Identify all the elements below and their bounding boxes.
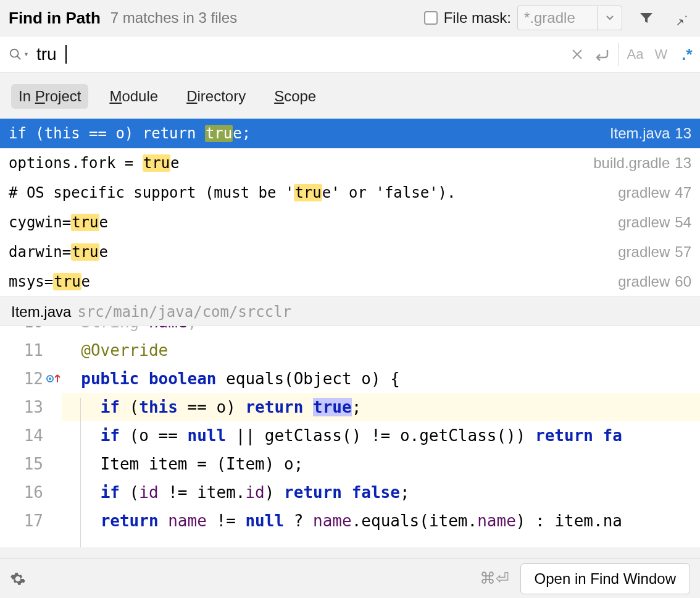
- whole-words-toggle[interactable]: W: [648, 46, 674, 62]
- line-number: 14: [0, 421, 62, 450]
- result-row[interactable]: msys=true gradlew60: [0, 267, 700, 297]
- code-preview[interactable]: 10 String name; 11 @Override 12 public b…: [0, 326, 700, 547]
- tab-directory[interactable]: Directory: [179, 84, 253, 109]
- result-row[interactable]: cygwin=true gradlew54: [0, 208, 700, 237]
- override-gutter-icon[interactable]: [46, 374, 60, 384]
- line-number: 10: [0, 326, 62, 336]
- shortcut-hint: ⌘⏎: [480, 569, 509, 588]
- line-number: 11: [0, 336, 62, 364]
- file-mask-value: *.gradle: [518, 9, 597, 27]
- svg-point-0: [10, 49, 19, 57]
- svg-point-5: [49, 377, 51, 380]
- filter-icon[interactable]: [636, 7, 657, 28]
- tab-module[interactable]: Module: [102, 84, 165, 109]
- line-number: 16: [0, 478, 62, 507]
- regex-toggle[interactable]: .*: [674, 45, 700, 64]
- preview-filename: Item.java: [11, 303, 71, 321]
- pin-icon[interactable]: [670, 7, 691, 28]
- line-number: 15: [0, 450, 62, 478]
- file-mask-checkbox[interactable]: [424, 11, 438, 25]
- file-mask-select[interactable]: *.gradle: [517, 6, 622, 30]
- match-case-toggle[interactable]: Aa: [622, 46, 648, 62]
- gear-icon[interactable]: [10, 571, 26, 587]
- result-row[interactable]: options.fork = true build.gradle13: [0, 148, 700, 178]
- results-list: if (this == o) return true; Item.java13 …: [0, 119, 700, 297]
- preview-path: src/main/java/com/srcclr: [77, 303, 291, 321]
- file-mask-label: File mask:: [444, 9, 511, 27]
- open-in-find-window-button[interactable]: Open in Find Window: [520, 563, 690, 594]
- newline-icon[interactable]: [590, 42, 614, 67]
- clear-icon[interactable]: [565, 42, 590, 67]
- match-count: 7 matches in 3 files: [110, 9, 418, 27]
- tab-in-project[interactable]: In Project: [11, 84, 88, 109]
- line-number: 13: [0, 393, 62, 421]
- line-number: 12: [0, 364, 62, 393]
- search-icon[interactable]: ▼: [9, 48, 29, 61]
- search-input[interactable]: [29, 44, 565, 64]
- scope-tabs: In Project Module Directory Scope: [0, 73, 700, 119]
- result-row[interactable]: # OS specific support (must be 'true' or…: [0, 178, 700, 208]
- result-row[interactable]: darwin=true gradlew57: [0, 237, 700, 267]
- result-row[interactable]: if (this == o) return true; Item.java13: [0, 119, 700, 148]
- svg-line-1: [17, 56, 21, 60]
- line-number: 17: [0, 507, 62, 535]
- tab-scope[interactable]: Scope: [267, 84, 323, 109]
- dialog-title: Find in Path: [9, 9, 101, 28]
- chevron-down-icon[interactable]: [597, 6, 622, 30]
- text-caret: [65, 45, 67, 64]
